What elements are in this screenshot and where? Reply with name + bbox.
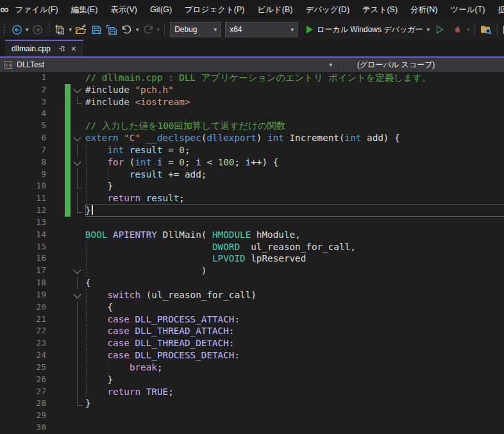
pin-tab-button[interactable] — [57, 44, 67, 54]
code-line[interactable]: 16 LPVOID lpReserved — [0, 253, 504, 265]
code-line[interactable]: 30 — [0, 422, 504, 434]
navigate-forward-button[interactable] — [30, 22, 46, 37]
navigate-back-button[interactable] — [9, 22, 24, 37]
code-line[interactable]: 23 case DLL_THREAD_DETACH: — [0, 337, 504, 349]
code-text[interactable]: case DLL_PROCESS_DETACH: — [85, 349, 504, 362]
start-without-debugging-button[interactable] — [432, 22, 448, 37]
code-line[interactable]: 18{ — [0, 277, 504, 289]
fold-collapse-button[interactable] — [71, 132, 83, 144]
fold-collapse-button[interactable] — [71, 289, 83, 301]
menu-item[interactable]: ビルド(B) — [251, 0, 299, 19]
redo-dropdown[interactable]: ▾ — [156, 26, 162, 33]
fold-collapse-button[interactable] — [71, 156, 83, 169]
code-text[interactable]: for (int i = 0; i < 100; i++) { — [85, 156, 504, 169]
code-line[interactable]: 9 result += add; — [0, 169, 504, 181]
start-debugging-button[interactable]: ローカル Windows デバッガー ▾ — [304, 22, 432, 37]
close-tab-button[interactable]: × — [69, 44, 79, 54]
menu-item[interactable]: ファイル(F) — [9, 0, 65, 19]
code-line[interactable]: 1// dllmain.cpp : DLL アプリケーションのエントリ ポイント… — [0, 72, 504, 84]
code-text[interactable]: { — [85, 277, 504, 289]
code-text[interactable]: switch (ul_reason_for_call) — [85, 289, 504, 301]
code-line[interactable]: 6extern "C" __declspec(dllexport) int In… — [0, 132, 504, 144]
undo-dropdown[interactable]: ▾ — [135, 26, 140, 33]
code-text[interactable]: ) — [85, 265, 504, 277]
code-text[interactable] — [85, 422, 504, 434]
code-text[interactable] — [85, 217, 504, 229]
code-editor[interactable]: 1// dllmain.cpp : DLL アプリケーションのエントリ ポイント… — [0, 72, 504, 434]
menu-item[interactable]: 表示(V) — [104, 0, 144, 19]
code-text[interactable]: return TRUE; — [85, 386, 504, 398]
code-line[interactable]: 2#include "pch.h" — [0, 84, 504, 96]
code-line[interactable]: 21 case DLL_PROCESS_ATTACH: — [0, 313, 504, 326]
scope-combobox[interactable]: (グローバル スコープ) — [339, 58, 504, 72]
navigate-back-dropdown[interactable]: ▾ — [24, 26, 30, 33]
menu-item[interactable]: 編集(E) — [65, 0, 105, 19]
code-text[interactable]: case DLL_PROCESS_ATTACH: — [85, 313, 504, 326]
fold-collapse-button[interactable] — [71, 84, 83, 96]
code-line[interactable]: 13 — [0, 217, 504, 229]
code-line[interactable]: 14BOOL APIENTRY DllMain( HMODULE hModule… — [0, 229, 504, 241]
new-file-button[interactable] — [53, 22, 68, 37]
save-button[interactable] — [88, 22, 104, 37]
code-line[interactable]: 4 — [0, 108, 504, 120]
menu-item[interactable]: 分析(N) — [404, 0, 444, 19]
save-all-button[interactable] — [104, 22, 119, 37]
code-text[interactable]: // 入力した値を100回加算して返すだけの関数 — [85, 120, 504, 132]
code-line[interactable]: 24 case DLL_PROCESS_DETACH: — [0, 349, 504, 362]
code-line[interactable]: 26 } — [0, 374, 504, 386]
redo-button[interactable] — [140, 22, 156, 37]
code-line[interactable]: 17 ) — [0, 265, 504, 277]
code-text[interactable]: } — [85, 180, 504, 192]
code-text[interactable]: } — [85, 397, 504, 410]
code-line[interactable]: 20 { — [0, 301, 504, 313]
code-text[interactable] — [85, 410, 504, 422]
code-text[interactable]: } — [85, 204, 504, 217]
platform-combobox[interactable]: x64 ▾ — [225, 22, 298, 37]
code-text[interactable]: // dllmain.cpp : DLL アプリケーションのエントリ ポイントを… — [85, 72, 504, 84]
code-text[interactable]: extern "C" __declspec(dllexport) int Inc… — [85, 132, 504, 144]
code-line[interactable]: 12} — [0, 204, 504, 217]
tab-dllmain[interactable]: dllmain.cpp × — [5, 40, 83, 56]
code-line[interactable]: 27 return TRUE; — [0, 386, 504, 398]
code-text[interactable]: BOOL APIENTRY DllMain( HMODULE hModule, — [85, 229, 504, 241]
code-line[interactable]: 22 case DLL_THREAD_ATTACH: — [0, 325, 504, 337]
code-text[interactable]: break; — [85, 362, 504, 374]
undo-button[interactable] — [119, 22, 135, 37]
code-line[interactable]: 25 break; — [0, 362, 504, 374]
code-text[interactable]: LPVOID lpReserved — [85, 253, 504, 265]
code-text[interactable]: { — [85, 301, 504, 313]
code-line[interactable]: 8 for (int i = 0; i < 100; i++) { — [0, 156, 504, 169]
code-line[interactable]: 29 — [0, 410, 504, 422]
code-line[interactable]: 3#include <iostream> — [0, 96, 504, 108]
menu-item[interactable]: デバッグ(D) — [299, 0, 357, 19]
toolbar-grip[interactable] — [3, 24, 6, 35]
code-text[interactable]: #include <iostream> — [85, 96, 504, 108]
hot-reload-button[interactable] — [450, 22, 466, 37]
open-folder-button[interactable] — [73, 22, 88, 37]
menu-item[interactable]: Git(G) — [144, 0, 178, 19]
project-scope-combobox[interactable]: ++ DLLTest ▾ — [0, 58, 339, 72]
code-text[interactable]: int result = 0; — [85, 144, 504, 156]
fold-collapse-button[interactable] — [71, 265, 83, 277]
code-line[interactable]: 15 DWORD ul_reason_for_call, — [0, 241, 504, 253]
code-line[interactable]: 5// 入力した値を100回加算して返すだけの関数 — [0, 120, 504, 132]
code-text[interactable]: result += add; — [85, 169, 504, 181]
code-line[interactable]: 10 } — [0, 180, 504, 192]
code-text[interactable]: case DLL_THREAD_ATTACH: — [85, 325, 504, 337]
code-text[interactable]: } — [85, 374, 504, 386]
code-text[interactable] — [85, 108, 504, 120]
code-text[interactable]: case DLL_THREAD_DETACH: — [85, 337, 504, 349]
code-text[interactable]: #include "pch.h" — [85, 84, 504, 96]
code-line[interactable]: 28} — [0, 397, 504, 410]
code-line[interactable]: 11 return result; — [0, 192, 504, 204]
menu-item[interactable]: 拡張機能(X) — [492, 0, 504, 19]
code-line[interactable]: 19 switch (ul_reason_for_call) — [0, 289, 504, 301]
menu-item[interactable]: テスト(S) — [356, 0, 404, 19]
debug-config-combobox[interactable]: Debug ▾ — [170, 22, 221, 37]
code-text[interactable]: DWORD ul_reason_for_call, — [85, 241, 504, 253]
menu-item[interactable]: プロジェクト(P) — [178, 0, 251, 19]
window-layout-button[interactable] — [501, 22, 504, 37]
browse-files-button[interactable] — [478, 22, 494, 37]
code-line[interactable]: 7 int result = 0; — [0, 144, 504, 156]
new-file-dropdown[interactable]: ▾ — [68, 26, 74, 33]
